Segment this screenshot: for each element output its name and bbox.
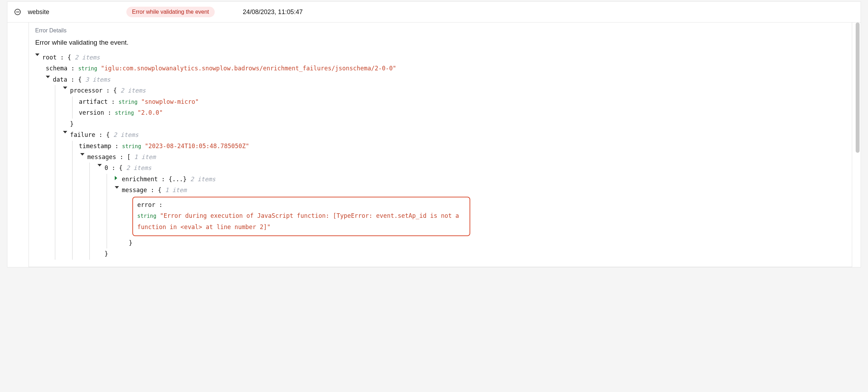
tree-node-data[interactable]: data : { 3 items processor : { — [42, 74, 845, 260]
tree-node-version[interactable]: version : string "2.0.0" — [77, 107, 845, 118]
string-value: "iglu:com.snowplowanalytics.snowplow.bad… — [101, 65, 396, 72]
event-row[interactable]: website Error while validating the event… — [7, 1, 861, 23]
chevron-down-icon[interactable] — [80, 153, 84, 156]
tree-node-timestamp[interactable]: timestamp : string "2023-08-24T10:05:48.… — [77, 141, 845, 152]
scrollbar[interactable] — [856, 23, 860, 153]
tree-node-index-0[interactable]: 0 : { 2 items — [94, 163, 845, 260]
item-count: 2 items — [190, 176, 216, 183]
chevron-down-icon[interactable] — [35, 53, 39, 56]
tree-node-message[interactable]: message : { 1 item — [111, 185, 845, 248]
tree-node-schema[interactable]: schema : string "iglu:com.snowplowanalyt… — [42, 63, 845, 74]
tree-node-enrichment[interactable]: enrichment : {...} 2 items — [111, 174, 845, 185]
node-key: message — [122, 186, 147, 194]
tree-node-processor[interactable]: processor : { 2 items artifact : s — [59, 85, 845, 129]
tree-node-root[interactable]: root : { 2 items schema : string "iglu:c… — [35, 52, 845, 260]
string-value: "Error during execution of JavaScript fu… — [137, 212, 459, 230]
item-count: 2 items — [126, 164, 151, 171]
collapse-icon[interactable] — [14, 9, 21, 15]
string-value: "snowplow-micro" — [141, 98, 199, 105]
string-value: "2.0.0" — [138, 109, 163, 116]
event-timestamp: 24/08/2023, 11:05:47 — [243, 8, 303, 16]
collapsed-preview: {...} — [169, 176, 187, 183]
node-key: artifact — [79, 98, 108, 105]
node-key: 0 — [105, 164, 108, 171]
item-count: 2 items — [120, 87, 146, 94]
chevron-down-icon[interactable] — [63, 131, 67, 133]
close-brace: } — [70, 119, 845, 129]
node-key: messages — [87, 153, 116, 160]
node-key: failure — [70, 131, 95, 138]
chevron-down-icon[interactable] — [115, 186, 119, 189]
close-brace: } — [105, 248, 845, 259]
type-label: string — [122, 143, 141, 150]
node-key: processor — [70, 87, 102, 94]
json-tree: root : { 2 items schema : string "iglu:c… — [35, 52, 845, 260]
tree-node-artifact[interactable]: artifact : string "snowplow-micro" — [77, 96, 845, 107]
chevron-down-icon[interactable] — [46, 76, 50, 78]
type-label: string — [119, 99, 138, 105]
event-source: website — [28, 8, 119, 16]
node-key: schema — [46, 65, 67, 72]
item-count: 2 items — [113, 131, 139, 138]
item-count: 2 items — [75, 54, 100, 61]
tree-node-failure[interactable]: failure : { 2 items timestamp : st — [59, 129, 845, 260]
error-badge: Error while validating the event — [126, 7, 215, 17]
node-key: version — [79, 109, 104, 116]
node-key: enrichment — [122, 176, 158, 183]
chevron-right-icon[interactable] — [115, 176, 117, 180]
error-highlight: error : string — [132, 197, 470, 236]
details-header: Error Details — [35, 27, 845, 34]
item-count: 3 items — [85, 76, 111, 83]
string-value: "2023-08-24T10:05:48.785050Z" — [145, 143, 249, 150]
close-brace: } — [122, 238, 845, 248]
details-title: Error while validating the event. — [35, 39, 845, 46]
type-label: string — [115, 110, 134, 116]
item-count: 1 item — [165, 186, 187, 194]
tree-node-messages[interactable]: messages : [ 1 item — [77, 152, 845, 260]
node-key: data — [53, 76, 67, 83]
type-label: string — [137, 213, 156, 219]
chevron-down-icon[interactable] — [63, 87, 67, 89]
node-key: error — [137, 201, 155, 208]
item-count: 1 item — [134, 153, 156, 160]
type-label: string — [78, 65, 97, 72]
node-key: timestamp — [79, 143, 111, 150]
chevron-down-icon[interactable] — [98, 164, 102, 166]
details-panel: Error Details Error while validating the… — [7, 23, 861, 267]
